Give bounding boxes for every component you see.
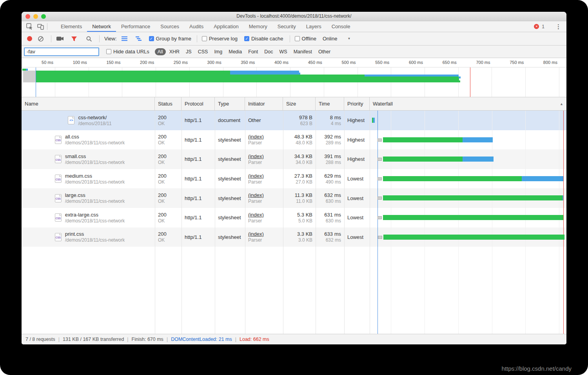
initiator-link[interactable]: (index) <box>248 153 283 160</box>
error-badge-icon[interactable]: ✕ <box>534 24 539 29</box>
size-cell: 3.3 KB3.0 KB <box>283 228 316 247</box>
size-value: 27.3 KB <box>294 173 312 179</box>
filter-type-font[interactable]: Font <box>245 48 261 55</box>
column-header-status[interactable]: Status <box>155 97 181 110</box>
initiator-link[interactable]: (index) <box>248 173 283 179</box>
tab-layers[interactable]: Layers <box>301 21 327 32</box>
request-name: medium.css <box>65 173 125 179</box>
request-row-all-css[interactable]: CSSall.css/demos/2018/11/css-network200O… <box>22 130 566 150</box>
time-value: 632 ms <box>324 192 341 198</box>
inspect-element-button[interactable] <box>24 21 35 32</box>
zoom-window-button[interactable] <box>41 14 46 19</box>
tab-application[interactable]: Application <box>209 21 244 32</box>
column-header-type[interactable]: Type <box>215 97 245 110</box>
close-window-button[interactable] <box>25 14 30 19</box>
checkbox-box-icon <box>244 36 249 41</box>
request-path: /demos/2018/11/css-network <box>65 198 125 204</box>
tab-elements[interactable]: Elements <box>56 21 87 32</box>
request-row-extra-large-css[interactable]: CSSextra-large.css/demos/2018/11/css-net… <box>22 208 566 228</box>
preserve-log-checkbox[interactable]: Preserve log <box>202 36 238 42</box>
size-value: 978 B <box>299 114 312 121</box>
time-value: 631 ms <box>324 211 341 218</box>
group-by-frame-checkbox[interactable]: Group by frame <box>149 36 191 42</box>
column-header-initiator[interactable]: Initiator <box>245 97 283 110</box>
capture-screenshots-button[interactable] <box>54 36 65 42</box>
filter-type-media[interactable]: Media <box>226 48 245 55</box>
disable-cache-checkbox[interactable]: Disable cache <box>244 36 283 42</box>
initiator-cell: (index)Parser <box>245 149 283 169</box>
filter-type-xhr[interactable]: XHR <box>167 48 182 55</box>
transferred-summary: 131 KB / 167 KB transferred <box>63 337 124 342</box>
tab-audits[interactable]: Audits <box>184 21 209 32</box>
priority-cell: Highest <box>344 149 370 169</box>
minimize-window-button[interactable] <box>33 14 38 19</box>
name-stack: css-network//demos/2018/11 <box>78 114 111 127</box>
status-code: 200 <box>158 211 181 218</box>
network-overview[interactable]: 50 ms100 ms150 ms200 ms250 ms300 ms350 m… <box>22 58 566 97</box>
initiator-link[interactable]: (index) <box>248 211 283 218</box>
filter-type-ws[interactable]: WS <box>277 48 290 55</box>
tab-network[interactable]: Network <box>87 21 116 32</box>
record-button[interactable] <box>27 36 32 41</box>
waterfall-bars-icon <box>135 36 142 41</box>
tab-console[interactable]: Console <box>327 21 356 32</box>
filter-type-css[interactable]: CSS <box>195 48 211 55</box>
size-sub: 3.0 KB <box>298 237 312 243</box>
window-title: DevTools - localhost:4000/demos/2018/11/… <box>22 12 566 21</box>
column-header-priority[interactable]: Priority <box>344 97 370 110</box>
request-row-print-css[interactable]: CSSprint.css/demos/2018/11/css-network20… <box>22 228 566 247</box>
time-sub: 288 ms <box>326 160 341 166</box>
waterfall-bar-waiting <box>383 195 563 200</box>
filter-button[interactable] <box>69 36 80 42</box>
initiator-link[interactable]: (index) <box>248 192 283 198</box>
css-file-icon: CSS <box>55 213 62 222</box>
filter-type-other[interactable]: Other <box>316 48 333 55</box>
initiator-link[interactable]: (index) <box>248 231 283 237</box>
hide-data-urls-checkbox[interactable]: Hide data URLs <box>106 49 149 55</box>
tab-security[interactable]: Security <box>272 21 301 32</box>
column-header-size[interactable]: Size <box>283 97 316 110</box>
request-name: large.css <box>65 192 125 198</box>
request-row-css-network-[interactable]: <>css-network//demos/2018/11200OKhttp/1.… <box>22 111 566 130</box>
offline-checkbox[interactable]: Offline <box>295 36 316 42</box>
column-header-protocol[interactable]: Protocol <box>181 97 215 110</box>
priority-cell: Lowest <box>344 169 370 189</box>
search-button[interactable] <box>83 36 94 42</box>
column-header-waterfall[interactable]: Waterfall▲ <box>370 97 566 110</box>
filter-type-img[interactable]: Img <box>211 48 225 55</box>
tab-performance[interactable]: Performance <box>116 21 155 32</box>
request-row-medium-css[interactable]: CSSmedium.css/demos/2018/11/css-network2… <box>22 169 566 189</box>
initiator-link[interactable]: (index) <box>248 133 283 140</box>
filter-type-all[interactable]: All <box>155 48 166 55</box>
clear-network-log-button[interactable] <box>35 36 46 42</box>
checkbox-label: Offline <box>302 36 316 42</box>
request-row-small-css[interactable]: CSSsmall.css/demos/2018/11/css-network20… <box>22 149 566 169</box>
time-cell: 391 ms288 ms <box>316 149 344 169</box>
size-cell: 11.3 KB11.0 KB <box>283 188 316 208</box>
tab-sources[interactable]: Sources <box>155 21 184 32</box>
protocol-value: http/1.1 <box>185 195 215 202</box>
device-toolbar-button[interactable] <box>35 21 46 32</box>
column-header-time[interactable]: Time <box>316 97 344 110</box>
search-icon <box>86 36 92 42</box>
throttling-dropdown[interactable]: Online ▼ <box>323 36 351 42</box>
tab-memory[interactable]: Memory <box>244 21 272 32</box>
waterfall-cell <box>370 169 566 189</box>
document-file-icon: <> <box>68 116 74 124</box>
kebab-menu-icon[interactable]: ⋮ <box>553 23 564 30</box>
time-sub: 4 ms <box>331 121 341 127</box>
filter-input[interactable] <box>24 47 99 56</box>
css-file-icon: CSS <box>55 136 62 144</box>
request-row-large-css[interactable]: CSSlarge.css/demos/2018/11/css-network20… <box>22 188 566 208</box>
priority-cell: Lowest <box>344 228 370 247</box>
column-header-name[interactable]: Name <box>22 97 155 110</box>
show-overview-toggle[interactable] <box>133 36 144 41</box>
filter-type-doc[interactable]: Doc <box>261 48 276 55</box>
large-request-rows-toggle[interactable] <box>119 36 130 41</box>
protocol-cell: http/1.1 <box>181 228 215 247</box>
checkbox-label: Preserve log <box>209 36 238 42</box>
waterfall-bar-download <box>373 118 375 123</box>
list-rows-icon <box>121 36 128 41</box>
filter-type-js[interactable]: JS <box>183 48 194 55</box>
filter-type-manifest[interactable]: Manifest <box>291 48 315 55</box>
